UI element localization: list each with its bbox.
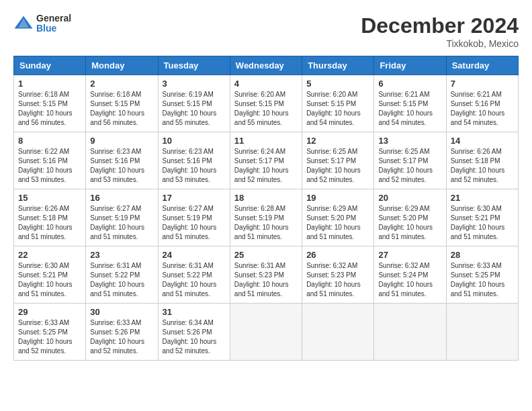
week-row: 22Sunrise: 6:30 AM Sunset: 5:21 PM Dayli…	[14, 246, 519, 304]
logo-general: General	[36, 13, 71, 24]
day-info: Sunrise: 6:22 AM Sunset: 5:16 PM Dayligh…	[18, 147, 81, 185]
col-monday: Monday	[86, 56, 158, 75]
day-info: Sunrise: 6:25 AM Sunset: 5:17 PM Dayligh…	[378, 147, 441, 185]
day-number: 26	[306, 250, 369, 260]
day-info: Sunrise: 6:20 AM Sunset: 5:15 PM Dayligh…	[306, 90, 369, 128]
page-header: General Blue December 2024 Tixkokob, Mex…	[13, 13, 519, 49]
table-row: 3Sunrise: 6:19 AM Sunset: 5:15 PM Daylig…	[158, 75, 230, 132]
table-row: 13Sunrise: 6:25 AM Sunset: 5:17 PM Dayli…	[374, 132, 446, 189]
day-number: 16	[90, 193, 153, 203]
col-thursday: Thursday	[302, 56, 374, 75]
table-row	[374, 304, 446, 361]
logo-text: General Blue	[36, 13, 71, 34]
table-row: 23Sunrise: 6:31 AM Sunset: 5:22 PM Dayli…	[86, 246, 158, 304]
day-info: Sunrise: 6:27 AM Sunset: 5:19 PM Dayligh…	[163, 204, 226, 242]
day-number: 11	[234, 136, 298, 146]
table-row: 5Sunrise: 6:20 AM Sunset: 5:15 PM Daylig…	[302, 75, 374, 132]
day-number: 25	[234, 250, 298, 260]
day-number: 20	[378, 193, 441, 203]
table-row: 16Sunrise: 6:27 AM Sunset: 5:19 PM Dayli…	[86, 189, 158, 246]
day-number: 14	[451, 136, 514, 146]
table-row: 27Sunrise: 6:32 AM Sunset: 5:24 PM Dayli…	[374, 246, 446, 304]
day-number: 27	[378, 250, 441, 260]
table-row: 14Sunrise: 6:26 AM Sunset: 5:18 PM Dayli…	[446, 132, 518, 189]
day-number: 5	[306, 79, 369, 89]
table-row: 30Sunrise: 6:33 AM Sunset: 5:26 PM Dayli…	[86, 304, 158, 361]
day-number: 4	[234, 79, 298, 89]
col-wednesday: Wednesday	[230, 56, 302, 75]
table-row: 8Sunrise: 6:22 AM Sunset: 5:16 PM Daylig…	[14, 132, 86, 189]
table-row: 11Sunrise: 6:24 AM Sunset: 5:17 PM Dayli…	[230, 132, 302, 189]
table-row: 1Sunrise: 6:18 AM Sunset: 5:15 PM Daylig…	[14, 75, 86, 132]
day-number: 24	[163, 250, 226, 260]
day-number: 9	[90, 136, 153, 146]
day-number: 22	[18, 250, 81, 260]
day-info: Sunrise: 6:29 AM Sunset: 5:20 PM Dayligh…	[306, 204, 369, 242]
day-info: Sunrise: 6:29 AM Sunset: 5:20 PM Dayligh…	[378, 204, 441, 242]
day-number: 8	[18, 136, 81, 146]
day-number: 2	[90, 79, 153, 89]
day-number: 28	[451, 250, 514, 260]
day-number: 7	[451, 79, 514, 89]
col-friday: Friday	[374, 56, 446, 75]
table-row: 18Sunrise: 6:28 AM Sunset: 5:19 PM Dayli…	[230, 189, 302, 246]
table-row	[230, 304, 302, 361]
day-number: 23	[90, 250, 153, 260]
table-row: 17Sunrise: 6:27 AM Sunset: 5:19 PM Dayli…	[158, 189, 230, 246]
day-number: 29	[18, 307, 81, 317]
table-row: 24Sunrise: 6:31 AM Sunset: 5:22 PM Dayli…	[158, 246, 230, 304]
day-number: 18	[234, 193, 298, 203]
week-row: 15Sunrise: 6:26 AM Sunset: 5:18 PM Dayli…	[14, 189, 519, 246]
day-info: Sunrise: 6:26 AM Sunset: 5:18 PM Dayligh…	[451, 147, 514, 185]
table-row: 31Sunrise: 6:34 AM Sunset: 5:26 PM Dayli…	[158, 304, 230, 361]
calendar-header-row: Sunday Monday Tuesday Wednesday Thursday…	[14, 56, 519, 75]
table-row: 28Sunrise: 6:33 AM Sunset: 5:25 PM Dayli…	[446, 246, 518, 304]
day-info: Sunrise: 6:24 AM Sunset: 5:17 PM Dayligh…	[234, 147, 298, 185]
day-number: 12	[306, 136, 369, 146]
day-info: Sunrise: 6:31 AM Sunset: 5:23 PM Dayligh…	[234, 261, 298, 299]
day-info: Sunrise: 6:25 AM Sunset: 5:17 PM Dayligh…	[306, 147, 369, 185]
day-info: Sunrise: 6:21 AM Sunset: 5:16 PM Dayligh…	[451, 90, 514, 128]
day-info: Sunrise: 6:19 AM Sunset: 5:15 PM Dayligh…	[163, 90, 226, 128]
day-number: 30	[90, 307, 153, 317]
day-info: Sunrise: 6:23 AM Sunset: 5:16 PM Dayligh…	[163, 147, 226, 185]
table-row: 19Sunrise: 6:29 AM Sunset: 5:20 PM Dayli…	[302, 189, 374, 246]
col-saturday: Saturday	[446, 56, 518, 75]
table-row: 7Sunrise: 6:21 AM Sunset: 5:16 PM Daylig…	[446, 75, 518, 132]
logo-blue: Blue	[36, 24, 71, 34]
day-number: 10	[163, 136, 226, 146]
calendar-table: Sunday Monday Tuesday Wednesday Thursday…	[13, 56, 519, 361]
table-row: 6Sunrise: 6:21 AM Sunset: 5:15 PM Daylig…	[374, 75, 446, 132]
table-row: 12Sunrise: 6:25 AM Sunset: 5:17 PM Dayli…	[302, 132, 374, 189]
month-year-title: December 2024	[361, 13, 519, 38]
location-subtitle: Tixkokob, Mexico	[361, 38, 519, 49]
day-info: Sunrise: 6:33 AM Sunset: 5:25 PM Dayligh…	[18, 318, 81, 356]
logo-icon	[13, 13, 34, 34]
col-tuesday: Tuesday	[158, 56, 230, 75]
day-info: Sunrise: 6:31 AM Sunset: 5:22 PM Dayligh…	[90, 261, 153, 299]
day-number: 15	[18, 193, 81, 203]
day-number: 13	[378, 136, 441, 146]
col-sunday: Sunday	[14, 56, 86, 75]
day-info: Sunrise: 6:23 AM Sunset: 5:16 PM Dayligh…	[90, 147, 153, 185]
day-info: Sunrise: 6:26 AM Sunset: 5:18 PM Dayligh…	[18, 204, 81, 242]
day-info: Sunrise: 6:34 AM Sunset: 5:26 PM Dayligh…	[163, 318, 226, 356]
table-row: 4Sunrise: 6:20 AM Sunset: 5:15 PM Daylig…	[230, 75, 302, 132]
day-number: 3	[163, 79, 226, 89]
table-row: 15Sunrise: 6:26 AM Sunset: 5:18 PM Dayli…	[14, 189, 86, 246]
table-row: 25Sunrise: 6:31 AM Sunset: 5:23 PM Dayli…	[230, 246, 302, 304]
day-info: Sunrise: 6:28 AM Sunset: 5:19 PM Dayligh…	[234, 204, 298, 242]
day-number: 6	[378, 79, 441, 89]
day-info: Sunrise: 6:32 AM Sunset: 5:24 PM Dayligh…	[378, 261, 441, 299]
day-info: Sunrise: 6:21 AM Sunset: 5:15 PM Dayligh…	[378, 90, 441, 128]
table-row: 2Sunrise: 6:18 AM Sunset: 5:15 PM Daylig…	[86, 75, 158, 132]
day-number: 31	[163, 307, 226, 317]
week-row: 1Sunrise: 6:18 AM Sunset: 5:15 PM Daylig…	[14, 75, 519, 132]
table-row	[446, 304, 518, 361]
day-info: Sunrise: 6:31 AM Sunset: 5:22 PM Dayligh…	[163, 261, 226, 299]
day-info: Sunrise: 6:30 AM Sunset: 5:21 PM Dayligh…	[451, 204, 514, 242]
week-row: 29Sunrise: 6:33 AM Sunset: 5:25 PM Dayli…	[14, 304, 519, 361]
day-info: Sunrise: 6:33 AM Sunset: 5:26 PM Dayligh…	[90, 318, 153, 356]
day-info: Sunrise: 6:18 AM Sunset: 5:15 PM Dayligh…	[90, 90, 153, 128]
table-row: 29Sunrise: 6:33 AM Sunset: 5:25 PM Dayli…	[14, 304, 86, 361]
